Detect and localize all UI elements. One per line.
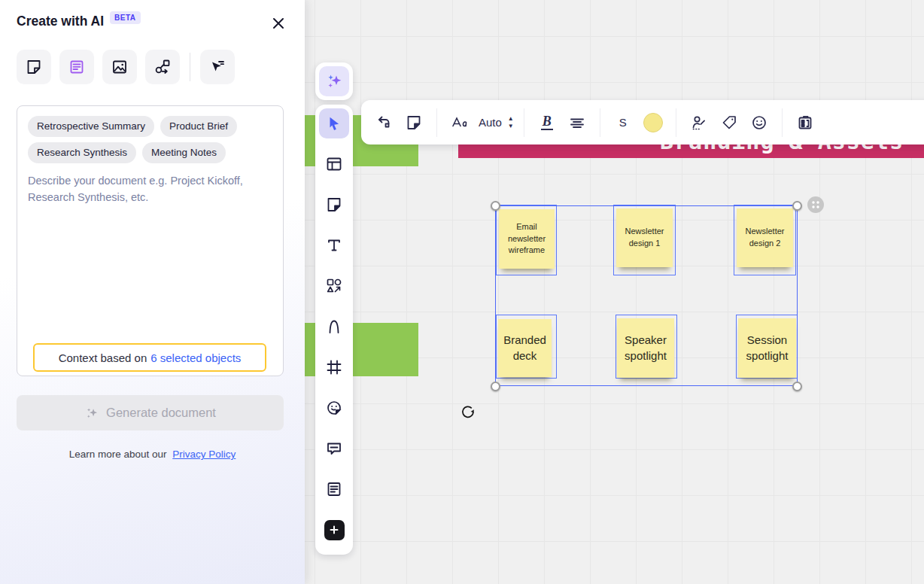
align-button[interactable] (564, 109, 590, 136)
privacy-policy-link[interactable]: Privacy Policy (172, 449, 236, 460)
close-icon (271, 16, 286, 31)
stepper-down-icon[interactable]: ▼ (508, 123, 514, 129)
select-objects-icon (208, 58, 226, 76)
templates-tool-button[interactable] (319, 144, 349, 184)
close-panel-button[interactable] (269, 14, 288, 33)
grid-view-button[interactable] (792, 109, 818, 136)
color-swatch-button[interactable] (640, 109, 666, 136)
font-style-icon (450, 114, 470, 132)
ai-tools-container (315, 62, 353, 100)
sticker-tool-button[interactable] (319, 388, 349, 428)
ai-create-button[interactable] (319, 66, 349, 96)
pen-tool-button[interactable] (319, 306, 349, 347)
sticky-note-icon (325, 196, 343, 214)
frame-icon (325, 358, 343, 376)
bold-icon: B (541, 114, 553, 131)
create-with-ai-panel: Create with AI BETA (0, 0, 305, 584)
select-tool-button[interactable] (319, 108, 349, 138)
prompt-chip[interactable]: Retrospective Summary (28, 116, 154, 137)
sparkles-icon (325, 72, 343, 90)
add-more-tools-button[interactable] (319, 509, 349, 550)
tools-toolbar (315, 105, 353, 555)
panel-title: Create with AI (17, 14, 104, 29)
color-swatch-icon (643, 113, 663, 132)
switch-type-button[interactable] (371, 109, 397, 136)
font-style-button[interactable] (447, 109, 473, 136)
panel-footer: Learn more about our Privacy Policy (0, 449, 305, 460)
create-doc-button[interactable] (59, 50, 94, 84)
sticky-note-icon (405, 114, 423, 132)
switch-type-icon (375, 114, 393, 132)
emoji-button[interactable] (746, 109, 772, 136)
type-row-divider (190, 53, 190, 81)
generate-document-label: Generate document (106, 406, 216, 420)
sticky-note-icon (25, 58, 43, 76)
create-diagram-button[interactable] (145, 50, 180, 84)
rotate-icon (459, 403, 477, 421)
sticky-note-tool-button[interactable] (319, 184, 349, 225)
select-objects-button[interactable] (200, 50, 235, 84)
font-size-stepper[interactable]: ▲ ▼ (508, 116, 514, 129)
prompt-chip[interactable]: Product Brief (160, 116, 237, 137)
footer-text: Learn more about our (69, 449, 167, 460)
frame-tool-button[interactable] (319, 347, 349, 388)
add-more-icon (324, 520, 345, 540)
sticky-type-button[interactable] (401, 109, 427, 136)
selection-bounding-box[interactable] (495, 205, 798, 386)
image-icon (111, 58, 129, 76)
selection-handle-nw[interactable] (491, 201, 500, 211)
sticker-icon (325, 399, 343, 417)
document-icon (325, 480, 343, 498)
grid-view-icon (796, 114, 814, 132)
prompt-input-card[interactable]: Retrospective Summary Product Brief Rese… (17, 105, 284, 376)
sparkles-icon (84, 406, 99, 421)
tag-icon (720, 114, 738, 132)
tag-button[interactable] (716, 109, 742, 136)
prompt-chip[interactable]: Research Synthesis (28, 142, 136, 163)
diagram-icon (153, 58, 172, 76)
selection-handle-se[interactable] (792, 382, 802, 391)
comment-tool-button[interactable] (319, 428, 349, 469)
text-icon (325, 236, 343, 254)
font-size-value[interactable]: Auto (477, 116, 503, 129)
text-tool-button[interactable] (319, 225, 349, 266)
cursor-icon (325, 114, 343, 132)
templates-icon (325, 155, 343, 173)
context-toolbar: Auto ▲ ▼ B S (361, 100, 924, 144)
context-prefix: Context based on (59, 351, 147, 364)
selected-objects-link[interactable]: 6 selected objects (150, 351, 241, 364)
prompt-chip[interactable]: Meeting Notes (142, 142, 226, 163)
doc-icon (68, 58, 86, 76)
align-icon (568, 114, 586, 132)
create-sticky-button[interactable] (17, 50, 51, 84)
size-abbrev: S (619, 116, 627, 129)
pen-icon (325, 318, 343, 336)
emoji-icon (750, 114, 768, 132)
shapes-tool-button[interactable] (319, 266, 349, 306)
selection-handle-sw[interactable] (491, 382, 500, 391)
generate-document-button[interactable]: Generate document (17, 395, 284, 430)
rotate-handle[interactable] (459, 403, 477, 421)
more-dots-icon (810, 199, 822, 211)
selection-more-dots-button[interactable] (807, 196, 824, 213)
size-button[interactable]: S (610, 109, 636, 136)
selection-handle-ne[interactable] (792, 201, 802, 211)
context-bar[interactable]: Context based on 6 selected objects (33, 343, 266, 372)
beta-badge: BETA (110, 11, 140, 24)
prompt-placeholder[interactable]: Describe your document e.g. Project Kick… (28, 172, 276, 206)
assignee-icon (690, 114, 708, 132)
create-image-button[interactable] (102, 50, 137, 84)
document-tool-button[interactable] (319, 469, 349, 509)
comment-icon (325, 440, 343, 458)
bold-button[interactable]: B (534, 109, 560, 136)
stepper-up-icon[interactable]: ▲ (508, 116, 514, 122)
assignee-button[interactable] (686, 109, 712, 136)
shapes-icon (325, 277, 343, 295)
